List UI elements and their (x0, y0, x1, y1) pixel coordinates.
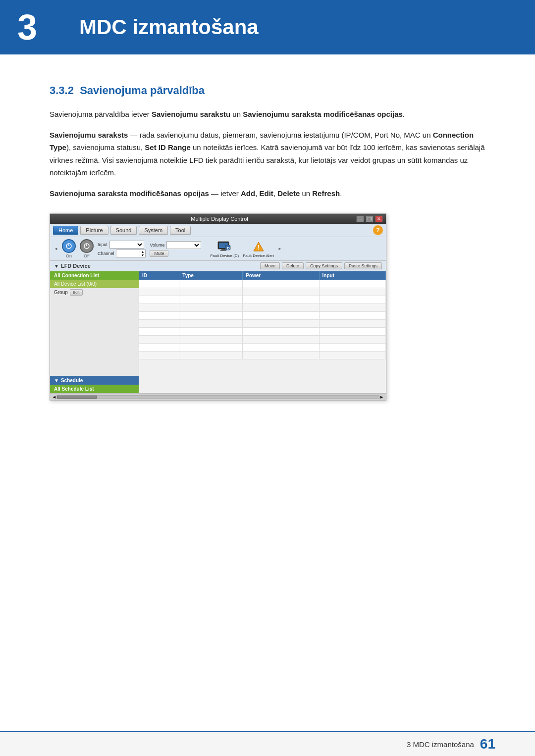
chapter-title: MDC izmantošana (79, 15, 259, 39)
col-id: ID (139, 271, 179, 280)
restore-button[interactable]: ❐ (366, 215, 374, 222)
sidebar-all-device-list[interactable]: All Device List (0/0) (50, 280, 139, 288)
svg-text:D: D (227, 246, 230, 251)
footer-text: 3 MDC izmantošana (407, 740, 474, 749)
paragraph-3: Savienojuma saraksta modificēšanas opcij… (50, 187, 485, 200)
svg-rect-6 (221, 249, 225, 250)
power-on-button[interactable] (62, 239, 76, 253)
left-nav-arrow[interactable]: ◄ (54, 247, 58, 251)
table-row (139, 327, 386, 335)
col-input: Input (319, 271, 385, 280)
right-nav-arrow[interactable]: ► (278, 247, 282, 251)
tab-tool[interactable]: Tool (170, 226, 191, 235)
tab-system[interactable]: System (139, 226, 168, 235)
table-header-row: ID Type Power Input (139, 271, 386, 280)
table-row (139, 280, 386, 288)
col-type: Type (179, 271, 243, 280)
paste-settings-button[interactable]: Paste Settings (344, 262, 382, 269)
device-table: ID Type Power Input (139, 271, 386, 359)
horizontal-scrollbar[interactable]: ◄ ► (50, 393, 386, 400)
channel-label: Channel (98, 251, 114, 256)
channel-down-arrow[interactable]: ▼ (140, 253, 146, 257)
lfd-device-arrow: ▼ (54, 263, 59, 269)
paragraph-2: Savienojumu saraksts — rāda savienojumu … (50, 129, 485, 179)
sidebar-all-schedule-list[interactable]: All Schedule List (50, 385, 139, 393)
fault-device-d-icon: D (217, 240, 231, 253)
help-button[interactable]: ? (373, 225, 383, 235)
power-off-button[interactable] (80, 239, 94, 253)
mute-button[interactable]: Mute (150, 250, 168, 257)
minimize-button[interactable]: — (356, 215, 364, 222)
chapter-number: 3 (17, 9, 37, 45)
page-footer: 3 MDC izmantošana 61 (0, 731, 535, 756)
volume-label: Volume (150, 243, 164, 248)
mdc-body: All Connection List All Device List (0/0… (50, 271, 386, 393)
col-power: Power (243, 271, 319, 280)
sidebar-schedule-section: ▼ Schedule (50, 376, 139, 385)
window-controls[interactable]: — ❐ ✕ (356, 215, 383, 222)
off-label: Off (84, 253, 90, 258)
fault-device-alert-label: Fault Device Alert (243, 253, 274, 258)
scroll-left-btn[interactable]: ◄ (52, 395, 56, 400)
input-select[interactable] (109, 241, 144, 249)
copy-settings-button[interactable]: Copy Settings (306, 262, 342, 269)
svg-rect-7 (220, 250, 226, 251)
close-button[interactable]: ✕ (375, 215, 383, 222)
fault-icons-group: D Fault Device (D) ! Fault Device Alert (210, 240, 274, 258)
table-row (139, 335, 386, 343)
table-row (139, 343, 386, 351)
mdc-sidebar: All Connection List All Device List (0/0… (50, 271, 139, 393)
paragraph-1: Savienojuma pārvaldība ietver Savienojum… (50, 108, 485, 121)
schedule-arrow: ▼ (54, 378, 59, 383)
table-row (139, 296, 386, 303)
chapter-number-box: 3 (0, 0, 54, 54)
fault-device-d-label: Fault Device (D) (210, 253, 239, 258)
channel-up-arrow[interactable]: ▲ (140, 250, 146, 253)
table-row (139, 351, 386, 359)
table-row (139, 311, 386, 319)
fault-device-alert-icon: ! (252, 240, 266, 253)
input-label: Input (98, 242, 107, 247)
schedule-label: Schedule (61, 378, 83, 383)
move-button[interactable]: Move (260, 262, 280, 269)
mdc-screenshot: Multiple Display Control — ❐ ✕ Home Pict… (50, 213, 386, 401)
mdc-titlebar: Multiple Display Control — ❐ ✕ (50, 214, 386, 224)
volume-select[interactable] (166, 241, 201, 249)
group-label: Group (54, 290, 68, 295)
mdc-action-row: ▼ LFD Device Move Delete Copy Settings P… (50, 261, 386, 271)
page-content: 3.3.2 Savienojuma pārvaldība Savienojuma… (0, 54, 535, 440)
mdc-main-area: ID Type Power Input (139, 271, 386, 393)
edit-button[interactable]: Edit (70, 289, 83, 296)
lfd-device-label: LFD Device (61, 263, 258, 269)
fault-device-alert: ! Fault Device Alert (243, 240, 274, 258)
scrollbar-track[interactable] (56, 395, 379, 399)
on-label: On (66, 253, 72, 258)
channel-spinner[interactable]: ▲ ▼ (116, 250, 146, 257)
svg-text:!: ! (258, 244, 260, 251)
scrollbar-thumb[interactable] (57, 396, 97, 399)
sidebar-all-connection-list[interactable]: All Connection List (50, 271, 139, 280)
scroll-right-btn[interactable]: ► (379, 395, 384, 400)
page-header: 3 MDC izmantošana (0, 0, 535, 54)
footer-page-number: 61 (480, 736, 495, 752)
sidebar-group-area (50, 297, 139, 376)
sidebar-group-row: Group Edit (50, 288, 139, 297)
fault-device-d: D Fault Device (D) (210, 240, 239, 258)
mdc-window-title: Multiple Display Control (83, 216, 356, 222)
tab-sound[interactable]: Sound (110, 226, 137, 235)
mdc-controls-row: ◄ On Off Input Chan (50, 237, 386, 261)
section-title: 3.3.2 Savienojuma pārvaldība (50, 84, 485, 97)
table-row (139, 288, 386, 296)
table-row (139, 303, 386, 311)
tab-home[interactable]: Home (53, 226, 78, 235)
mdc-tabs: Home Picture Sound System Tool ? (50, 224, 386, 237)
table-row (139, 319, 386, 327)
delete-button[interactable]: Delete (282, 262, 304, 269)
tab-picture[interactable]: Picture (80, 226, 108, 235)
